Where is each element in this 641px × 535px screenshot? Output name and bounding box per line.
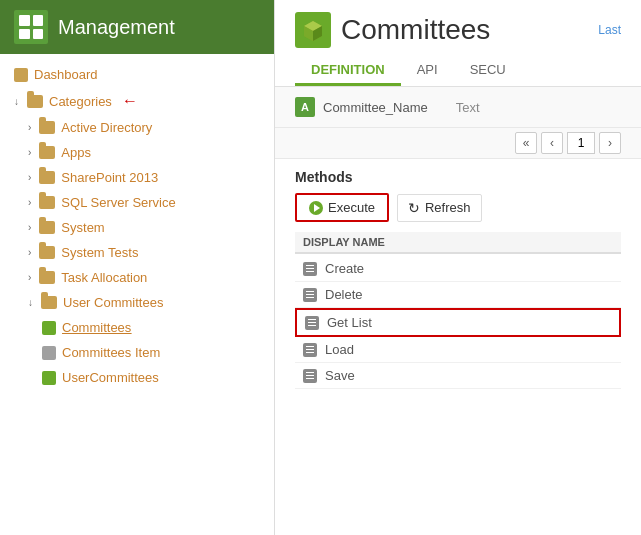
sidebar-item-label: System: [61, 220, 104, 235]
folder-icon: [41, 296, 57, 309]
sidebar-item-usercommittees[interactable]: UserCommittees: [0, 365, 274, 390]
arrow-right-icon: ←: [122, 92, 138, 110]
folder-icon: [39, 246, 55, 259]
sidebar-item-label: Active Directory: [61, 120, 152, 135]
dashboard-icon: [14, 68, 28, 82]
method-icon: [305, 316, 319, 330]
method-icon: [303, 262, 317, 276]
sidebar-item-user-committees[interactable]: ↓ User Committees: [0, 290, 274, 315]
refresh-button[interactable]: ↻ Refresh: [397, 194, 482, 222]
sidebar-item-system[interactable]: › System: [0, 215, 274, 240]
methods-title: Methods: [295, 169, 621, 185]
methods-section: Methods Execute ↻ Refresh DISPLAY NAME C…: [275, 159, 641, 399]
field-type-icon: A: [295, 97, 315, 117]
method-icon: [303, 288, 317, 302]
last-label: Last: [598, 23, 621, 37]
app-logo-icon: [14, 10, 48, 44]
main-content: Committees Last DEFINITION API SECU A Co…: [275, 0, 641, 535]
method-row-load[interactable]: Load: [295, 337, 621, 363]
sidebar-header: Management: [0, 0, 274, 54]
main-header: Committees Last DEFINITION API SECU: [275, 0, 641, 87]
sidebar-item-sharepoint[interactable]: › SharePoint 2013: [0, 165, 274, 190]
tab-definition[interactable]: DEFINITION: [295, 56, 401, 86]
pagination-prev-button[interactable]: ‹: [541, 132, 563, 154]
sidebar-item-label: Committees: [62, 320, 131, 335]
sidebar-item-label: Apps: [61, 145, 91, 160]
methods-toolbar: Execute ↻ Refresh: [295, 193, 621, 222]
sidebar-item-sql-server[interactable]: › SQL Server Service: [0, 190, 274, 215]
execute-button[interactable]: Execute: [295, 193, 389, 222]
pagination-page-input[interactable]: [567, 132, 595, 154]
sidebar-item-system-tests[interactable]: › System Tests: [0, 240, 274, 265]
expand-arrow-icon: ›: [28, 197, 31, 208]
expand-arrow-icon: ›: [28, 147, 31, 158]
sidebar-item-label: SQL Server Service: [61, 195, 175, 210]
pagination-first-button[interactable]: «: [515, 132, 537, 154]
method-name: Load: [325, 342, 354, 357]
method-name: Create: [325, 261, 364, 276]
sidebar-item-active-directory[interactable]: › Active Directory: [0, 115, 274, 140]
expand-arrow-icon: ›: [28, 272, 31, 283]
tabs-row: DEFINITION API SECU: [295, 56, 621, 86]
sidebar-item-categories[interactable]: ↓ Categories ←: [0, 87, 274, 115]
expand-arrow-icon: ›: [28, 222, 31, 233]
sidebar-item-label: System Tests: [61, 245, 138, 260]
sidebar-item-label: Committees Item: [62, 345, 160, 360]
grid-icon: [42, 346, 56, 360]
method-row-delete[interactable]: Delete: [295, 282, 621, 308]
display-name-col-header: DISPLAY NAME: [295, 232, 621, 254]
field-type: Text: [456, 100, 480, 115]
sidebar-item-label: SharePoint 2013: [61, 170, 158, 185]
sidebar-item-committees-item[interactable]: Committees Item: [0, 340, 274, 365]
method-icon: [303, 369, 317, 383]
sidebar-item-committees[interactable]: Committees: [0, 315, 274, 340]
tab-api[interactable]: API: [401, 56, 454, 86]
fields-row: A Committee_Name Text: [275, 87, 641, 128]
sidebar-item-label: Dashboard: [34, 67, 98, 82]
expand-arrow-icon: ›: [28, 122, 31, 133]
sidebar: Management Dashboard ↓ Categories ← › Ac…: [0, 0, 275, 535]
folder-icon: [39, 196, 55, 209]
method-row-save[interactable]: Save: [295, 363, 621, 389]
sidebar-item-task-allocation[interactable]: › Task Allocation: [0, 265, 274, 290]
field-name: Committee_Name: [323, 100, 428, 115]
app-title: Management: [58, 16, 175, 39]
method-row-get-list[interactable]: Get List: [295, 308, 621, 337]
sidebar-item-label: Task Allocation: [61, 270, 147, 285]
page-title: Committees: [341, 14, 490, 46]
committees-icon: [295, 12, 331, 48]
method-icon: [303, 343, 317, 357]
folder-icon: [39, 171, 55, 184]
execute-label: Execute: [328, 200, 375, 215]
cube-svg: [302, 19, 324, 41]
folder-icon: [39, 271, 55, 284]
sidebar-item-label: User Committees: [63, 295, 163, 310]
expand-arrow-icon: ↓: [14, 96, 19, 107]
sidebar-item-label: Categories: [49, 94, 112, 109]
folder-icon: [27, 95, 43, 108]
sidebar-item-apps[interactable]: › Apps: [0, 140, 274, 165]
folder-icon: [39, 221, 55, 234]
cube-icon: [42, 321, 56, 335]
play-icon: [309, 201, 323, 215]
pagination-row: « ‹ ›: [275, 128, 641, 159]
sidebar-item-dashboard[interactable]: Dashboard: [0, 62, 274, 87]
sidebar-nav: Dashboard ↓ Categories ← › Active Direct…: [0, 54, 274, 398]
method-row-create[interactable]: Create: [295, 256, 621, 282]
title-row: Committees Last: [295, 12, 621, 48]
expand-arrow-icon: ›: [28, 247, 31, 258]
method-name: Get List: [327, 315, 372, 330]
sidebar-item-label: UserCommittees: [62, 370, 159, 385]
method-name: Save: [325, 368, 355, 383]
method-name: Delete: [325, 287, 363, 302]
pagination-next-button[interactable]: ›: [599, 132, 621, 154]
refresh-label: Refresh: [425, 200, 471, 215]
refresh-icon: ↻: [408, 200, 420, 216]
cube-icon: [42, 371, 56, 385]
folder-icon: [39, 146, 55, 159]
expand-arrow-icon: ›: [28, 172, 31, 183]
expand-arrow-icon: ↓: [28, 297, 33, 308]
tab-security[interactable]: SECU: [454, 56, 522, 86]
folder-icon: [39, 121, 55, 134]
